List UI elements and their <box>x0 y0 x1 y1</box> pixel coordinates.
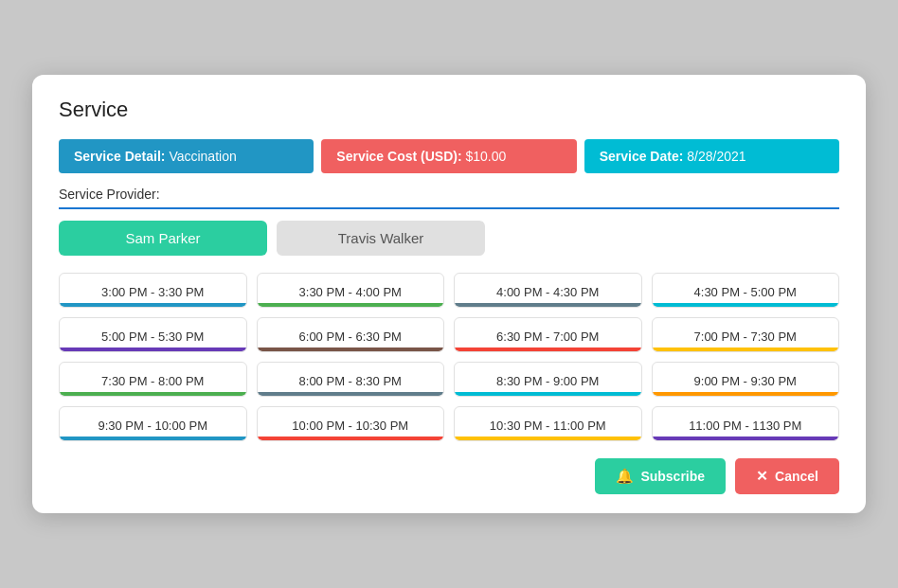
time-slot-13[interactable]: 10:00 PM - 10:30 PM <box>257 406 445 441</box>
time-slot-bar-14 <box>455 437 641 440</box>
info-bar-value-0: Vaccination <box>169 149 236 164</box>
subscribe-icon: 🔔 <box>616 468 634 485</box>
time-slot-label-10: 8:30 PM - 9:00 PM <box>496 374 599 388</box>
time-slot-label-13: 10:00 PM - 10:30 PM <box>292 419 408 433</box>
modal-title: Service <box>59 98 839 122</box>
time-slot-bar-4 <box>60 347 246 351</box>
time-slot-bar-13 <box>258 437 444 440</box>
time-slot-1[interactable]: 3:30 PM - 4:00 PM <box>257 273 445 308</box>
time-slot-3[interactable]: 4:30 PM - 5:00 PM <box>652 273 840 308</box>
time-slot-bar-0 <box>60 303 246 307</box>
info-bar-1: Service Cost (USD): $10.00 <box>321 139 576 173</box>
time-slot-label-9: 8:00 PM - 8:30 PM <box>299 374 402 388</box>
info-bar-label-0: Service Detail: <box>74 149 166 164</box>
time-slot-label-3: 4:30 PM - 5:00 PM <box>694 285 797 299</box>
info-bar-2: Service Date: 8/28/2021 <box>584 139 839 173</box>
time-slot-7[interactable]: 7:00 PM - 7:30 PM <box>652 317 840 352</box>
provider-tabs: Sam ParkerTravis Walker <box>59 221 839 256</box>
time-slot-8[interactable]: 7:30 PM - 8:00 PM <box>59 362 247 397</box>
time-slot-12[interactable]: 9:30 PM - 10:00 PM <box>59 406 247 441</box>
time-slot-label-15: 11:00 PM - 1130 PM <box>689 419 801 433</box>
info-bar-value-2: 8/28/2021 <box>687 149 745 164</box>
time-slot-label-2: 4:00 PM - 4:30 PM <box>496 285 599 299</box>
provider-tab-1[interactable]: Travis Walker <box>277 221 485 256</box>
time-slot-bar-15 <box>653 437 839 440</box>
time-slot-label-11: 9:00 PM - 9:30 PM <box>694 374 797 388</box>
time-slot-bar-12 <box>60 437 246 440</box>
time-slot-label-8: 7:30 PM - 8:00 PM <box>101 374 204 388</box>
info-bar-label-1: Service Cost (USD): <box>336 149 461 164</box>
time-slot-bar-1 <box>258 303 444 307</box>
time-slot-bar-10 <box>455 392 641 396</box>
time-slot-bar-9 <box>258 392 444 396</box>
time-slot-15[interactable]: 11:00 PM - 1130 PM <box>652 406 840 441</box>
time-slot-label-6: 6:30 PM - 7:00 PM <box>496 330 599 344</box>
info-bar-0: Service Detail: Vaccination <box>59 139 314 173</box>
provider-section: Service Provider: Sam ParkerTravis Walke… <box>59 187 839 256</box>
time-slot-bar-7 <box>653 347 839 351</box>
time-slot-bar-2 <box>455 303 641 307</box>
provider-tab-0[interactable]: Sam Parker <box>59 221 267 256</box>
info-bar-label-2: Service Date: <box>600 149 684 164</box>
cancel-icon: ✕ <box>756 468 768 485</box>
time-slot-bar-6 <box>455 347 641 351</box>
time-slot-10[interactable]: 8:30 PM - 9:00 PM <box>454 362 642 397</box>
time-slot-bar-5 <box>258 347 444 351</box>
time-slot-bar-11 <box>653 392 839 396</box>
footer-buttons: 🔔 Subscribe ✕ Cancel <box>59 458 839 494</box>
time-slot-2[interactable]: 4:00 PM - 4:30 PM <box>454 273 642 308</box>
time-slot-4[interactable]: 5:00 PM - 5:30 PM <box>59 317 247 352</box>
time-slot-label-12: 9:30 PM - 10:00 PM <box>98 419 207 433</box>
time-slot-label-5: 6:00 PM - 6:30 PM <box>299 330 402 344</box>
time-slot-bar-3 <box>653 303 839 307</box>
time-slot-bar-8 <box>60 392 246 396</box>
provider-label: Service Provider: <box>59 187 839 202</box>
time-slot-14[interactable]: 10:30 PM - 11:00 PM <box>454 406 642 441</box>
time-slot-11[interactable]: 9:00 PM - 9:30 PM <box>652 362 840 397</box>
time-slot-label-14: 10:30 PM - 11:00 PM <box>490 419 606 433</box>
cancel-label: Cancel <box>775 469 818 484</box>
subscribe-button[interactable]: 🔔 Subscribe <box>595 458 726 494</box>
info-bars: Service Detail: VaccinationService Cost … <box>59 139 839 173</box>
time-slot-5[interactable]: 6:00 PM - 6:30 PM <box>257 317 445 352</box>
time-slot-label-1: 3:30 PM - 4:00 PM <box>299 285 402 299</box>
service-modal: Service Service Detail: VaccinationServi… <box>32 75 866 513</box>
time-slot-9[interactable]: 8:00 PM - 8:30 PM <box>257 362 445 397</box>
time-slot-0[interactable]: 3:00 PM - 3:30 PM <box>59 273 247 308</box>
time-slot-label-4: 5:00 PM - 5:30 PM <box>101 330 204 344</box>
subscribe-label: Subscribe <box>640 469 705 484</box>
time-slot-label-0: 3:00 PM - 3:30 PM <box>101 285 204 299</box>
info-bar-value-1: $10.00 <box>465 149 506 164</box>
time-slot-6[interactable]: 6:30 PM - 7:00 PM <box>454 317 642 352</box>
time-grid: 3:00 PM - 3:30 PM3:30 PM - 4:00 PM4:00 P… <box>59 273 839 441</box>
cancel-button[interactable]: ✕ Cancel <box>735 458 839 494</box>
time-slot-label-7: 7:00 PM - 7:30 PM <box>694 330 797 344</box>
